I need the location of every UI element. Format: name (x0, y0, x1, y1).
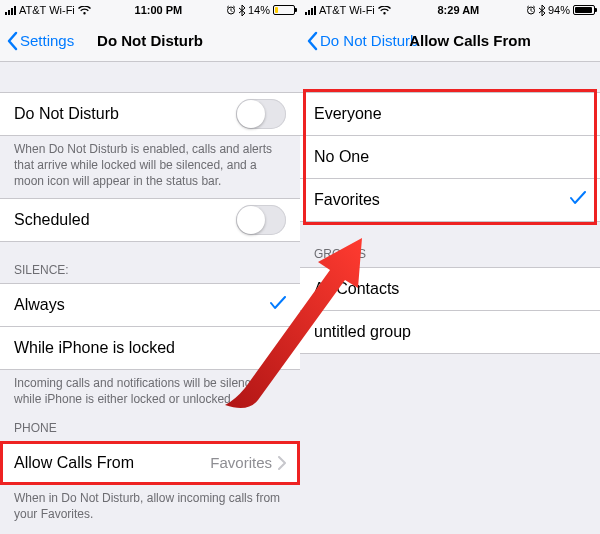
chevron-left-icon (306, 31, 318, 51)
status-carrier: AT&T Wi-Fi (319, 4, 375, 16)
phone-allow-calls-from: AT&T Wi-Fi 8:29 AM 94% Do Not Disturb Al… (300, 0, 600, 534)
allow-calls-from-row[interactable]: Allow Calls From Favorites (0, 441, 300, 485)
scheduled-label: Scheduled (14, 211, 236, 229)
option-noone[interactable]: No One (300, 135, 600, 179)
alarm-icon (526, 5, 536, 15)
silence-always-row[interactable]: Always (0, 283, 300, 327)
bluetooth-icon (239, 5, 245, 16)
chevron-right-icon (278, 456, 286, 470)
status-bar: AT&T Wi-Fi 11:00 PM 14% (0, 0, 300, 20)
silence-locked-row[interactable]: While iPhone is locked (0, 326, 300, 370)
group-all-contacts[interactable]: All Contacts (300, 267, 600, 311)
checkmark-icon (570, 191, 586, 209)
wifi-icon (378, 6, 391, 15)
nav-back-button[interactable]: Do Not Disturb (306, 31, 418, 51)
status-battery-pct: 14% (248, 4, 270, 16)
phone-dnd-settings: AT&T Wi-Fi 11:00 PM 14% Settings Do Not … (0, 0, 300, 534)
dnd-label: Do Not Disturb (14, 105, 236, 123)
silence-always-label: Always (14, 296, 270, 314)
status-carrier: AT&T Wi-Fi (19, 4, 75, 16)
nav-back-button[interactable]: Settings (6, 31, 74, 51)
scheduled-toggle[interactable] (236, 205, 286, 235)
silence-footer: Incoming calls and notifications will be… (0, 369, 300, 415)
nav-bar: Settings Do Not Disturb (0, 20, 300, 62)
battery-icon (273, 5, 295, 15)
silence-header: SILENCE: (0, 241, 300, 283)
group-untitled[interactable]: untitled group (300, 310, 600, 354)
allow-calls-label: Allow Calls From (14, 454, 210, 472)
silence-locked-label: While iPhone is locked (14, 339, 286, 357)
phone-header: PHONE (0, 415, 300, 441)
allow-calls-value: Favorites (210, 454, 272, 471)
dnd-footer: When Do Not Disturb is enabled, calls an… (0, 135, 300, 198)
dnd-toggle-row[interactable]: Do Not Disturb (0, 92, 300, 136)
option-label: Favorites (314, 191, 570, 209)
allow-calls-footer: When in Do Not Disturb, allow incoming c… (0, 484, 300, 530)
nav-back-label: Settings (20, 32, 74, 49)
dnd-toggle[interactable] (236, 99, 286, 129)
cell-signal-icon (305, 6, 316, 15)
status-battery-pct: 94% (548, 4, 570, 16)
status-time: 11:00 PM (135, 4, 183, 16)
nav-bar: Do Not Disturb Allow Calls From (300, 20, 600, 62)
status-time: 8:29 AM (438, 4, 480, 16)
option-label: Everyone (314, 105, 586, 123)
checkmark-icon (270, 296, 286, 314)
wifi-icon (78, 6, 91, 15)
battery-icon (573, 5, 595, 15)
option-everyone[interactable]: Everyone (300, 92, 600, 136)
groups-header: GROUPS (300, 221, 600, 267)
group-label: untitled group (314, 323, 586, 341)
alarm-icon (226, 5, 236, 15)
group-label: All Contacts (314, 280, 586, 298)
nav-back-label: Do Not Disturb (320, 32, 418, 49)
bluetooth-icon (539, 5, 545, 16)
status-bar: AT&T Wi-Fi 8:29 AM 94% (300, 0, 600, 20)
option-label: No One (314, 148, 586, 166)
cell-signal-icon (5, 6, 16, 15)
option-favorites[interactable]: Favorites (300, 178, 600, 222)
chevron-left-icon (6, 31, 18, 51)
scheduled-toggle-row[interactable]: Scheduled (0, 198, 300, 242)
